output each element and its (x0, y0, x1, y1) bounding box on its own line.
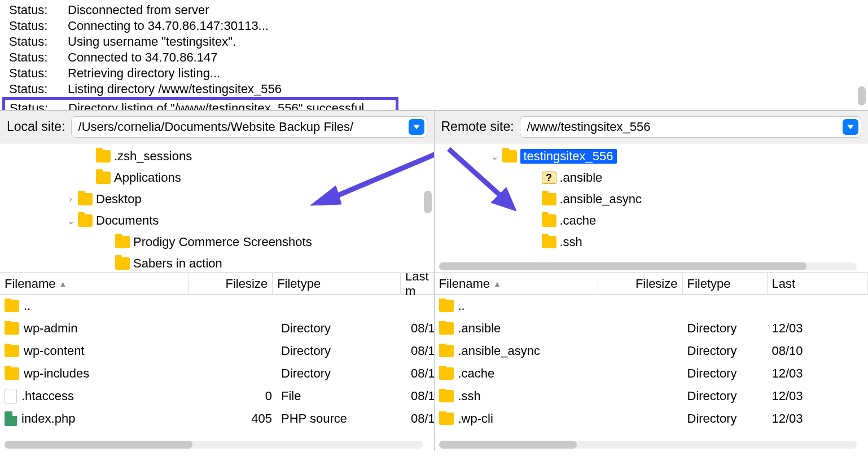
tree-item-label: .cache (560, 213, 597, 228)
file-mod-cell: 08/18/ (406, 389, 434, 403)
local-site-bar: Local site: /Users/cornelia/Documents/We… (0, 111, 435, 143)
log-row[interactable]: Status:Retrieving directory listing... (0, 65, 868, 81)
tree-item[interactable]: Sabers in action (0, 253, 434, 273)
file-icon (5, 389, 17, 403)
tree-item[interactable]: Applications (0, 167, 434, 188)
log-tag: Status: (9, 2, 68, 18)
log-tag: Status: (9, 50, 68, 65)
file-row[interactable]: .cacheDirectory12/03 (435, 362, 869, 385)
tree-item[interactable]: .zsh_sessions (0, 146, 434, 167)
local-col-lastmod[interactable]: Last m (401, 273, 434, 294)
local-file-list[interactable]: Filename▲ Filesize Filetype Last m ..wp-… (0, 273, 435, 451)
log-message: Connected to 34.70.86.147 (68, 50, 217, 65)
file-row[interactable]: .ansibleDirectory12/03 (435, 317, 869, 340)
file-row[interactable]: wp-contentDirectory08/18/ (0, 340, 434, 362)
local-col-filetype[interactable]: Filetype (273, 273, 401, 294)
folder-icon (5, 367, 19, 380)
file-row[interactable]: .sshDirectory12/03 (435, 385, 869, 407)
file-mod-cell: 12/03 (768, 411, 869, 426)
folder-icon (78, 214, 93, 227)
folder-icon (5, 345, 19, 357)
local-tree[interactable]: .zsh_sessionsApplications›Desktop⌄Docume… (0, 143, 435, 273)
remote-path-dropdown-button[interactable] (843, 119, 858, 135)
local-site-label: Local site: (7, 119, 65, 134)
log-scrollbar[interactable] (857, 2, 866, 108)
chevron-down-icon (413, 125, 420, 129)
remote-tree[interactable]: ⌄testingsitex_556?.ansible.ansible_async… (435, 143, 869, 273)
local-col-filesize[interactable]: Filesize (189, 273, 273, 294)
log-message: Using username "testingsitex". (68, 34, 236, 50)
remote-site-label: Remote site: (441, 119, 514, 134)
tree-item[interactable]: ›Desktop (0, 188, 434, 210)
file-type-cell: Directory (277, 366, 406, 381)
folder-icon (439, 367, 454, 380)
file-name-cell: .. (0, 299, 192, 313)
sort-ascending-icon: ▲ (493, 279, 501, 288)
log-row[interactable]: Status:Listing directory /www/testingsit… (0, 81, 868, 97)
log-row[interactable]: Status:Using username "testingsitex". (0, 34, 868, 50)
log-row[interactable]: Status:Connecting to 34.70.86.147:30113.… (0, 18, 868, 34)
remote-col-filetype[interactable]: Filetype (683, 273, 768, 294)
tree-panels: .zsh_sessionsApplications›Desktop⌄Docume… (0, 143, 868, 273)
local-path-dropdown-button[interactable] (409, 119, 424, 135)
local-col-filename[interactable]: Filename▲ (0, 273, 189, 294)
log-panel[interactable]: Status:Disconnected from serverStatus:Co… (0, 0, 868, 111)
local-list-hscroll[interactable] (5, 441, 423, 449)
remote-col-filename[interactable]: Filename▲ (435, 273, 598, 294)
log-row[interactable]: Status:Directory listing of "/www/testin… (2, 97, 398, 111)
log-row[interactable]: Status:Disconnected from server (0, 2, 868, 18)
folder-icon (5, 322, 19, 335)
local-path-combo[interactable]: /Users/cornelia/Documents/Website Backup… (71, 116, 427, 138)
tree-item-label: Documents (96, 213, 159, 228)
tree-item[interactable]: ?.ansible (435, 167, 869, 188)
file-name-cell: .cache (435, 366, 598, 381)
chevron-down-icon (847, 125, 854, 129)
log-message: Connecting to 34.70.86.147:30113... (68, 18, 269, 34)
file-row[interactable]: index.php405PHP source08/18/ (0, 407, 434, 430)
sort-ascending-icon: ▲ (59, 279, 67, 288)
file-mod-cell: 08/18/ (406, 344, 434, 358)
remote-col-filesize[interactable]: Filesize (598, 273, 683, 294)
remote-list-header[interactable]: Filename▲ Filesize Filetype Last (435, 273, 869, 295)
file-row[interactable]: .. (0, 295, 434, 317)
disclosure-triangle[interactable]: ⌄ (67, 216, 74, 226)
tree-item[interactable]: ⌄testingsitex_556 (435, 146, 869, 167)
local-tree-vscroll[interactable] (424, 146, 432, 261)
local-list-header[interactable]: Filename▲ Filesize Filetype Last m (0, 273, 434, 295)
folder-icon (439, 300, 454, 312)
file-row[interactable]: wp-adminDirectory08/18/ (0, 317, 434, 340)
file-type-cell: PHP source (277, 411, 406, 426)
file-row[interactable]: .ansible_asyncDirectory08/10 (435, 340, 869, 362)
file-type-cell: Directory (277, 344, 406, 358)
tree-item[interactable]: .cache (435, 210, 869, 231)
log-tag: Status: (9, 81, 68, 97)
log-row[interactable]: Status:Connected to 34.70.86.147 (0, 50, 868, 65)
tree-item[interactable]: Prodigy Commerce Screenshots (0, 231, 434, 253)
tree-item-label: .zsh_sessions (114, 149, 192, 164)
folder-icon (96, 150, 111, 163)
remote-list-hscroll[interactable] (439, 441, 857, 449)
tree-item-label: Sabers in action (133, 256, 222, 271)
tree-item-label: Desktop (96, 192, 142, 207)
log-tag: Status: (9, 65, 68, 81)
tree-item-label: .ansible (560, 170, 603, 185)
tree-item[interactable]: .ssh (435, 231, 869, 253)
remote-path-combo[interactable]: /www/testingsitex_556 (520, 116, 861, 138)
file-type-cell: File (277, 389, 406, 403)
remote-file-list[interactable]: Filename▲ Filesize Filetype Last ...ansi… (435, 273, 869, 451)
file-row[interactable]: .. (435, 295, 869, 317)
tree-item[interactable]: .ansible_async (435, 188, 869, 210)
folder-icon (115, 257, 130, 270)
tree-item[interactable]: ⌄Documents (0, 210, 434, 231)
disclosure-triangle[interactable]: ⌄ (491, 151, 499, 162)
file-type-cell: Directory (683, 321, 768, 336)
file-row[interactable]: wp-includesDirectory08/18/ (0, 362, 434, 385)
remote-tree-hscroll[interactable] (439, 262, 857, 270)
log-message: Directory listing of "/www/testingsitex_… (68, 100, 364, 111)
disclosure-triangle[interactable]: › (67, 194, 74, 204)
remote-col-lastmod[interactable]: Last (768, 273, 869, 294)
tree-item-label: testingsitex_556 (520, 149, 617, 164)
file-row[interactable]: .htaccess0File08/18/ (0, 385, 434, 407)
file-row[interactable]: .wp-cliDirectory12/03 (435, 407, 869, 430)
file-type-cell: Directory (683, 389, 768, 403)
